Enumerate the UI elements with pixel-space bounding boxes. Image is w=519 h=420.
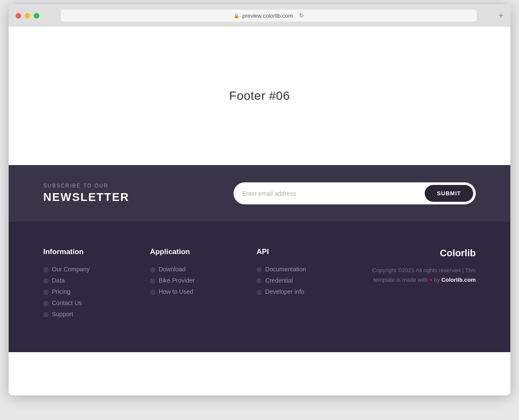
check-icon: ◎ [256, 288, 262, 295]
information-link-1[interactable]: Our Company [52, 266, 90, 273]
information-link-2[interactable]: Data [52, 277, 65, 284]
api-link-3[interactable]: Developer info [265, 288, 304, 295]
information-link-5[interactable]: Support [52, 311, 73, 318]
check-icon: ◎ [150, 277, 155, 284]
minimize-button[interactable] [25, 13, 30, 19]
information-links: ◎ Our Company ◎ Data ◎ Pricing ◎ [43, 266, 133, 318]
check-icon: ◎ [43, 266, 48, 273]
list-item: ◎ How to Used [150, 288, 240, 295]
bottom-strip [9, 352, 510, 395]
application-link-3[interactable]: How to Used [159, 288, 193, 295]
list-item: ◎ Contact Us [43, 299, 133, 306]
information-column: Information ◎ Our Company ◎ Data ◎ Prici [43, 248, 133, 318]
list-item: ◎ Developer info [256, 288, 346, 295]
list-item: ◎ Credential [256, 277, 346, 284]
hero-section: Footer #06 [9, 27, 510, 165]
application-link-2[interactable]: Bike Provider [159, 277, 195, 284]
close-button[interactable] [16, 13, 21, 19]
list-item: ◎ Our Company [43, 266, 133, 273]
check-icon: ◎ [150, 266, 155, 273]
information-title: Information [43, 248, 133, 256]
brand-column: Colorlib Copyright ©2021 All rights rese… [363, 248, 476, 285]
page-title: Footer #06 [229, 89, 290, 103]
submit-button[interactable]: SUBMIT [425, 185, 473, 202]
subscribe-label: SUBSCRIBE TO OUR [43, 183, 129, 189]
api-title: API [256, 248, 346, 256]
browser-window: 🔒 preview.colorlib.com ↻ + Footer #06 SU… [9, 4, 510, 395]
maximize-button[interactable] [34, 13, 39, 19]
application-column: Application ◎ Download ◎ Bike Provider ◎ [150, 248, 240, 295]
check-icon: ◎ [43, 288, 48, 295]
newsletter-form: SUBMIT [234, 182, 476, 204]
application-links: ◎ Download ◎ Bike Provider ◎ How to Used [150, 266, 240, 295]
check-icon: ◎ [256, 277, 262, 284]
heart-icon: ♥ [429, 277, 434, 283]
check-icon: ◎ [43, 277, 48, 284]
check-icon: ◎ [43, 311, 48, 318]
url-text: preview.colorlib.com [242, 13, 293, 19]
refresh-icon[interactable]: ↻ [299, 12, 304, 19]
api-link-2[interactable]: Credential [265, 277, 293, 284]
information-link-3[interactable]: Pricing [52, 288, 70, 295]
list-item: ◎ Data [43, 277, 133, 284]
api-links: ◎ Documentation ◎ Credential ◎ Developer… [256, 266, 346, 295]
newsletter-heading: NEWSLETTER [43, 191, 129, 204]
list-item: ◎ Pricing [43, 288, 133, 295]
check-icon: ◎ [256, 266, 262, 273]
application-link-1[interactable]: Download [159, 266, 186, 273]
address-bar: 🔒 preview.colorlib.com ↻ [61, 10, 477, 22]
brand-name: Colorlib [363, 248, 476, 259]
newsletter-text: SUBSCRIBE TO OUR NEWSLETTER [43, 183, 129, 204]
new-tab-button[interactable]: + [498, 11, 503, 20]
email-input[interactable] [242, 190, 425, 197]
traffic-lights [16, 13, 39, 19]
brand-link[interactable]: Colorlib.com [442, 277, 476, 283]
footer-section: Information ◎ Our Company ◎ Data ◎ Prici [9, 222, 510, 352]
check-icon: ◎ [150, 288, 155, 295]
list-item: ◎ Documentation [256, 266, 346, 273]
footer-columns: Information ◎ Our Company ◎ Data ◎ Prici [43, 248, 476, 318]
application-title: Application [150, 248, 240, 256]
check-icon: ◎ [43, 299, 48, 306]
page-content: Footer #06 SUBSCRIBE TO OUR NEWSLETTER S… [9, 27, 510, 395]
list-item: ◎ Bike Provider [150, 277, 240, 284]
list-item: ◎ Download [150, 266, 240, 273]
information-link-4[interactable]: Contact Us [52, 299, 82, 306]
lock-icon: 🔒 [234, 13, 240, 19]
newsletter-section: SUBSCRIBE TO OUR NEWSLETTER SUBMIT [9, 165, 510, 222]
copyright-by: by [434, 277, 441, 283]
api-link-1[interactable]: Documentation [265, 266, 306, 273]
api-column: API ◎ Documentation ◎ Credential ◎ Devel [256, 248, 346, 295]
list-item: ◎ Support [43, 311, 133, 318]
copyright-text: Copyright ©2021 All rights reserved | Th… [363, 266, 476, 285]
browser-chrome: 🔒 preview.colorlib.com ↻ + [9, 4, 510, 27]
